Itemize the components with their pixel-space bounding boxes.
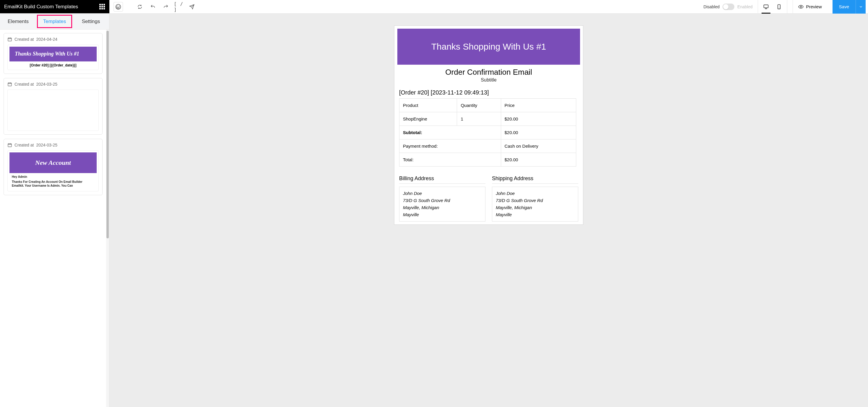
- top-header: EmailKit Build Custom Templates [ / ] Di…: [0, 0, 868, 13]
- toolbar-right: Disabled Enabled Preview Save: [704, 0, 866, 13]
- calendar-icon: [7, 82, 12, 87]
- email-preview[interactable]: Thanks Shopping With Us #1 Order Confirm…: [394, 25, 583, 225]
- device-switcher: [758, 0, 787, 13]
- created-prefix: Created at: [14, 37, 34, 42]
- tab-elements[interactable]: Elements: [0, 13, 36, 29]
- billing-column: Billing Address John Doe 73/D G South Gr…: [399, 175, 486, 222]
- table-row: Payment method: Cash on Delivery: [399, 139, 576, 153]
- enable-toggle-group: Disabled Enabled: [704, 4, 753, 10]
- payment-label: Payment method:: [399, 139, 501, 153]
- tab-templates[interactable]: Templates: [36, 13, 73, 29]
- template-meta: Created at 2024-03-25: [7, 143, 99, 147]
- billing-street: 73/D G South Grove Rd: [403, 197, 482, 204]
- svg-rect-1: [764, 5, 768, 8]
- shipping-street: 73/D G South Grove Rd: [496, 197, 575, 204]
- payment-value: Cash on Delivery: [501, 139, 576, 153]
- sidebar-scrollbar[interactable]: [106, 30, 109, 407]
- shipping-box: John Doe 73/D G South Grove Rd Mayville,…: [492, 186, 578, 222]
- apps-grid-icon[interactable]: [99, 4, 105, 10]
- calendar-icon: [7, 143, 12, 147]
- template-card[interactable]: Created at 2024-03-25 New Account Hey Ad…: [4, 139, 102, 195]
- created-prefix: Created at: [14, 82, 34, 87]
- created-date: 2024-03-25: [36, 143, 57, 147]
- svg-point-3: [800, 6, 802, 7]
- refresh-button[interactable]: [135, 2, 145, 12]
- template-thumbnail: [7, 90, 99, 131]
- shipping-name: John Doe: [496, 190, 575, 197]
- billing-extra: Mayville: [403, 211, 482, 218]
- total-label: Total:: [399, 153, 501, 167]
- subtotal-value: $20.00: [501, 126, 576, 139]
- redo-button[interactable]: [161, 2, 171, 12]
- send-button[interactable]: [187, 2, 197, 12]
- address-row: Billing Address John Doe 73/D G South Gr…: [399, 175, 578, 222]
- disabled-label: Disabled: [704, 4, 720, 9]
- email-subtitle: Subtitle: [397, 77, 580, 83]
- order-header: [Order #20] [2023-11-12 09:49:13]: [399, 89, 578, 96]
- shipping-city: Mayville, Michigan: [496, 204, 575, 211]
- sidebar-tabs: Elements Templates Settings: [0, 13, 109, 30]
- brand-title: EmailKit Build Custom Templates: [4, 4, 78, 10]
- template-meta: Created at 2024-04-24: [7, 37, 99, 42]
- thumbnail-body: Thanks For Creating An Account On Email …: [12, 180, 94, 188]
- main-layout: Elements Templates Settings Created at 2…: [0, 13, 868, 407]
- toolbar: [ / ] Disabled Enabled Preview: [110, 0, 868, 13]
- shortcode-button[interactable]: [ / ]: [174, 2, 184, 12]
- email-title: Order Confirmation Email: [397, 68, 580, 77]
- templates-list[interactable]: Created at 2024-04-24 Thanks Shopping Wi…: [0, 30, 106, 407]
- preview-button[interactable]: Preview: [793, 0, 827, 13]
- enable-toggle[interactable]: [722, 4, 734, 10]
- th-price: Price: [501, 99, 576, 112]
- created-date: 2024-03-25: [36, 82, 57, 87]
- save-button[interactable]: Save: [833, 0, 856, 13]
- shipping-title: Shipping Address: [492, 175, 578, 184]
- email-hero: Thanks Shopping With Us #1: [397, 29, 580, 65]
- tab-settings[interactable]: Settings: [73, 13, 109, 29]
- template-card[interactable]: Created at 2024-03-25: [4, 78, 102, 135]
- td-product: ShopEngine: [399, 112, 457, 126]
- template-thumbnail: Thanks Shopping With Us #1 [Order #20] […: [7, 44, 99, 70]
- thumbnail-banner: New Account: [9, 152, 97, 173]
- svg-rect-4: [8, 38, 11, 41]
- brand-bar: EmailKit Build Custom Templates: [0, 0, 110, 13]
- table-row: Subtotal: $20.00: [399, 126, 576, 139]
- billing-box: John Doe 73/D G South Grove Rd Mayville,…: [399, 186, 486, 222]
- thumbnail-greeting: Hey Admin: [12, 175, 94, 179]
- table-row: Product Quantity Price: [399, 99, 576, 112]
- mobile-view-button[interactable]: [775, 3, 783, 11]
- shipping-column: Shipping Address John Doe 73/D G South G…: [492, 175, 578, 222]
- undo-button[interactable]: [148, 2, 158, 12]
- billing-city: Mayville, Michigan: [403, 204, 482, 211]
- created-prefix: Created at: [14, 143, 34, 147]
- template-thumbnail: New Account Hey Admin Thanks For Creatin…: [7, 150, 99, 192]
- td-price: $20.00: [501, 112, 576, 126]
- svg-rect-5: [8, 83, 11, 86]
- svg-rect-6: [8, 143, 11, 147]
- save-dropdown-button[interactable]: [856, 0, 866, 13]
- td-quantity: 1: [457, 112, 501, 126]
- desktop-view-button[interactable]: [762, 3, 770, 11]
- table-row: Total: $20.00: [399, 153, 576, 167]
- table-row: ShopEngine 1 $20.00: [399, 112, 576, 126]
- billing-title: Billing Address: [399, 175, 486, 184]
- created-date: 2024-04-24: [36, 37, 57, 42]
- wordpress-button[interactable]: [114, 2, 123, 11]
- shipping-extra: Mayville: [496, 211, 575, 218]
- canvas[interactable]: Thanks Shopping With Us #1 Order Confirm…: [110, 13, 868, 407]
- billing-name: John Doe: [403, 190, 482, 197]
- sidebar: Elements Templates Settings Created at 2…: [0, 13, 110, 407]
- thumbnail-banner: Thanks Shopping With Us #1: [9, 47, 97, 61]
- th-product: Product: [399, 99, 457, 112]
- calendar-icon: [7, 37, 12, 42]
- preview-label: Preview: [806, 4, 822, 9]
- save-group: Save: [833, 0, 866, 13]
- template-meta: Created at 2024-03-25: [7, 82, 99, 87]
- thumbnail-subtext: [Order #20] [{{Order_date}}]: [9, 61, 97, 68]
- order-table: Product Quantity Price ShopEngine 1 $20.…: [399, 98, 576, 167]
- enabled-label: Enabled: [737, 4, 752, 9]
- th-quantity: Quantity: [457, 99, 501, 112]
- template-card[interactable]: Created at 2024-04-24 Thanks Shopping Wi…: [4, 33, 102, 74]
- subtotal-label: Subtotal:: [399, 126, 501, 139]
- total-value: $20.00: [501, 153, 576, 167]
